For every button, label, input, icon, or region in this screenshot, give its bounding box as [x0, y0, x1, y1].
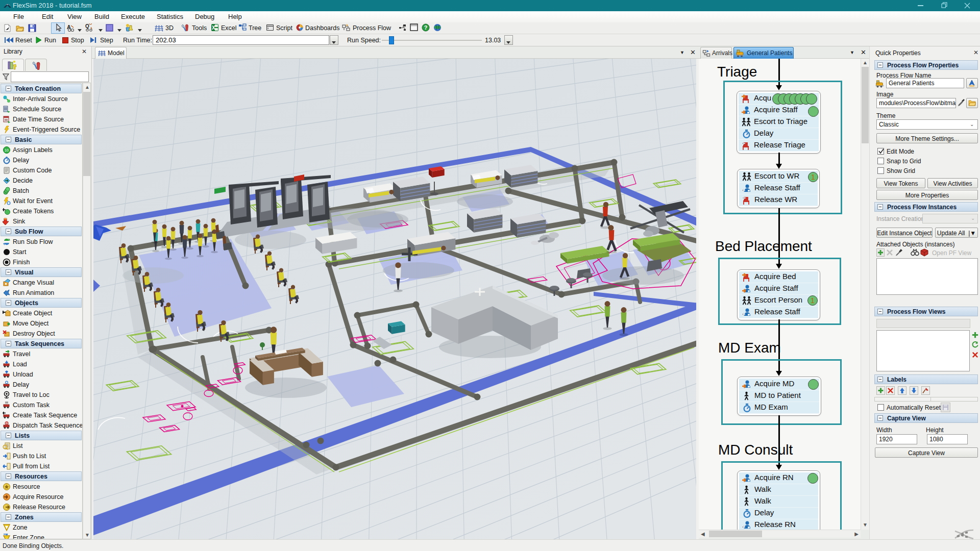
svg-text:?: ? — [424, 24, 428, 31]
svg-text:Q: Q — [85, 23, 89, 29]
svg-text:X: X — [212, 25, 215, 31]
svg-text:10: 10 — [5, 148, 9, 152]
